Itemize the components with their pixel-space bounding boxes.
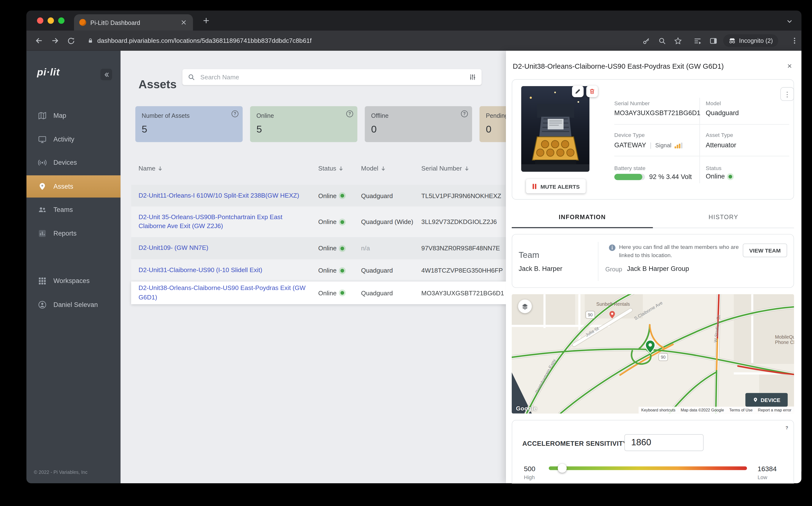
- more-options-button[interactable]: ⋮: [780, 87, 794, 101]
- asset-detail-panel: D2-Unit38-Orleans-Claiborne-US90 East-Po…: [506, 51, 801, 483]
- stat-value: 0: [371, 123, 466, 135]
- edit-button[interactable]: [572, 86, 584, 97]
- search-input[interactable]: [199, 73, 465, 81]
- asset-link[interactable]: D2-Unit11-Orleans-I 610W/10 Split-Exit 2…: [138, 191, 299, 199]
- tab-close-icon[interactable]: [179, 18, 188, 27]
- column-header-status[interactable]: Status: [314, 165, 357, 172]
- assets-page: Assets Number of Assets 5 ? Online 5: [120, 51, 506, 483]
- sort-icon[interactable]: [464, 166, 469, 171]
- sidebar-item-label: Devices: [54, 159, 77, 166]
- tab-information[interactable]: INFORMATION: [512, 206, 653, 228]
- terms-of-use-link[interactable]: Terms of Use: [727, 407, 755, 413]
- status-row: Online: [706, 173, 732, 180]
- sidebar-item-label: Teams: [54, 206, 73, 214]
- close-window-button[interactable]: [37, 17, 43, 24]
- help-icon[interactable]: ?: [232, 110, 238, 117]
- asset-type-label: Asset Type: [706, 132, 733, 138]
- help-icon[interactable]: ?: [784, 425, 790, 431]
- table-row-selected[interactable]: D2-Unit38-Orleans-Claiborne-US90 East-Po…: [131, 281, 506, 304]
- asset-link[interactable]: D2-Unit38-Orleans-Claiborne-US90 East-Po…: [138, 284, 306, 301]
- view-team-button[interactable]: VIEW TEAM: [743, 244, 787, 257]
- reload-button[interactable]: [65, 34, 77, 47]
- map-layers-button[interactable]: [518, 300, 532, 313]
- sidebar-item-devices[interactable]: Devices: [26, 152, 120, 174]
- online-status-dot: [340, 220, 344, 224]
- sidebar-item-label: Assets: [54, 182, 73, 190]
- address-bar[interactable]: dashboard.pivariables.com/locations/5da3…: [97, 31, 312, 51]
- bookmark-star-icon[interactable]: [672, 35, 683, 47]
- browser-tab[interactable]: Pi-Lit© Dashboard: [74, 14, 193, 31]
- column-header-name[interactable]: Name: [131, 165, 314, 172]
- sort-icon[interactable]: [380, 166, 386, 171]
- sidebar-item-activity[interactable]: Activity: [26, 128, 120, 151]
- delete-button[interactable]: [586, 86, 598, 97]
- asset-link[interactable]: D2-Unit31-Claiborne-US90 (I-10 Slidell E…: [138, 266, 262, 274]
- location-map[interactable]: 90 90 Sunbelt Rentals: [512, 294, 794, 414]
- report-map-error-link[interactable]: Report a map error: [755, 407, 794, 413]
- filter-icon[interactable]: [469, 74, 476, 81]
- sort-icon[interactable]: [338, 166, 343, 171]
- pilit-logo: pi·lit: [37, 67, 60, 78]
- stat-label: Pending: [486, 112, 506, 119]
- sidebar-item-user[interactable]: Daniel Selevan: [26, 293, 120, 316]
- table-header: Name Status Model Serial Number: [131, 160, 506, 177]
- lock-icon[interactable]: [86, 36, 95, 45]
- table-row[interactable]: D2-Unit11-Orleans-I 610W/10 Split-Exit 2…: [131, 185, 506, 206]
- page-title: Assets: [138, 77, 177, 91]
- help-icon[interactable]: ?: [346, 110, 353, 117]
- people-icon: [38, 205, 47, 214]
- sidebar-item-teams[interactable]: Teams: [26, 198, 120, 221]
- sidebar-item-workspaces[interactable]: Workspaces: [26, 270, 120, 292]
- browser-menu-icon[interactable]: [789, 35, 800, 47]
- stat-offline: Offline 0 ?: [365, 106, 472, 142]
- tab-history[interactable]: HISTORY: [653, 206, 794, 228]
- incognito-badge[interactable]: Incognito (2): [723, 34, 778, 47]
- forward-button[interactable]: [49, 34, 61, 47]
- tab-search-chevron-icon[interactable]: [785, 16, 794, 26]
- location-pin-icon: [753, 397, 758, 403]
- sidebar: pi·lit Map Activity Devices: [26, 51, 120, 483]
- slider-min-value: 500: [524, 465, 535, 473]
- divider: [614, 156, 789, 156]
- column-header-model[interactable]: Model: [357, 165, 417, 172]
- side-panel-icon[interactable]: [707, 35, 719, 47]
- search-bar[interactable]: [182, 69, 482, 85]
- close-icon[interactable]: ×: [787, 61, 792, 70]
- sidebar-item-reports[interactable]: Reports: [26, 222, 120, 244]
- trash-icon: [589, 88, 595, 95]
- device-map-button[interactable]: DEVICE: [745, 393, 788, 407]
- column-header-serial[interactable]: Serial Number: [417, 165, 506, 172]
- sensitivity-slider-track[interactable]: [549, 466, 747, 470]
- table-row[interactable]: D2-Unit 35-Orleans-US90B-Pontchartrain E…: [131, 206, 506, 237]
- browser-window: Pi-Lit© Dashboard: [26, 11, 801, 483]
- new-tab-button[interactable]: [201, 15, 212, 26]
- sidebar-collapse-button[interactable]: [100, 69, 112, 80]
- maximize-window-button[interactable]: [58, 17, 64, 24]
- sidebar-item-assets[interactable]: Assets: [26, 175, 120, 197]
- device-photo[interactable]: [521, 86, 589, 172]
- sort-icon[interactable]: [158, 166, 163, 171]
- google-logo: Google: [516, 405, 537, 411]
- mute-alerts-button[interactable]: MUTE ALERTS: [526, 179, 586, 193]
- team-heading: Team: [518, 250, 539, 260]
- asset-link[interactable]: D2-Unit 35-Orleans-US90B-Pontchartrain E…: [138, 213, 282, 230]
- stat-value: 0: [486, 123, 506, 135]
- back-button[interactable]: [33, 34, 45, 47]
- online-status-dot: [340, 268, 344, 272]
- help-icon[interactable]: ?: [461, 110, 468, 117]
- table-row[interactable]: D2-Unit31-Claiborne-US90 (I-10 Slidell E…: [131, 259, 506, 281]
- status-label: Status: [706, 165, 722, 171]
- sidebar-item-map[interactable]: Map: [26, 104, 120, 127]
- search-icon[interactable]: [656, 35, 667, 47]
- table-row[interactable]: D2-Unit109- (GW NN7E) Online n/a 97V83NZ…: [131, 237, 506, 259]
- media-controls-icon[interactable]: [692, 35, 703, 47]
- asset-link[interactable]: D2-Unit109- (GW NN7E): [138, 244, 208, 252]
- sensitivity-slider-thumb[interactable]: [558, 464, 567, 473]
- keyboard-shortcuts-link[interactable]: Keyboard shortcuts: [639, 407, 678, 413]
- password-key-icon[interactable]: [640, 35, 652, 47]
- minimize-window-button[interactable]: [48, 17, 54, 24]
- map-poi-label: Sunbelt Rentals: [596, 302, 630, 307]
- device-type-row: GATEWAY | Signal: [614, 142, 682, 149]
- accelerometer-input[interactable]: [624, 434, 704, 451]
- accelerometer-label: ACCELEROMETER SENSITIVITY (mg): [522, 440, 640, 447]
